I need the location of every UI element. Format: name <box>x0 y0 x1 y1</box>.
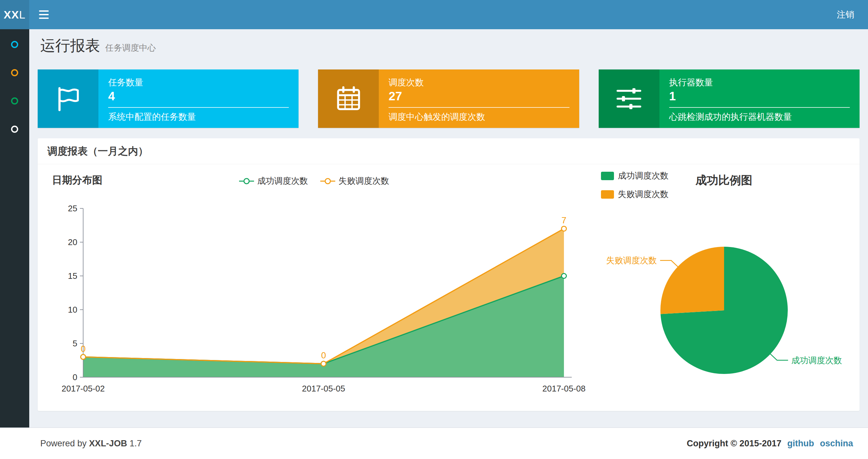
sidebar-item-2[interactable] <box>0 97 29 105</box>
legend-swatch <box>601 190 614 199</box>
legend-item-fail[interactable]: 失败调度次数 <box>320 175 389 187</box>
report-panel: 调度报表（一月之内） 日期分布图 成功调度次数 <box>38 138 860 411</box>
page-subtitle: 任务调度中心 <box>105 42 156 54</box>
github-link[interactable]: github <box>787 438 814 449</box>
panel-title: 调度报表（一月之内） <box>48 144 148 158</box>
svg-text:20: 20 <box>68 237 77 247</box>
info-box-description: 系统中配置的任务数量 <box>108 111 289 123</box>
info-box-row: 任务数量 4 系统中配置的任务数量 <box>38 69 860 128</box>
logo-text-light: L <box>19 8 26 21</box>
legend-label: 失败调度次数 <box>618 189 669 200</box>
sliders-icon <box>599 69 659 128</box>
logout-link[interactable]: 注销 <box>823 0 868 29</box>
pie-chart-legend: 成功调度次数 失败调度次数 <box>601 170 669 200</box>
line-chart-legend: 成功调度次数 失败调度次数 <box>239 175 389 187</box>
footer-brand: XXL-JOB <box>89 438 127 448</box>
footer-version: 1.7 <box>130 438 142 448</box>
info-box-tasks: 任务数量 4 系统中配置的任务数量 <box>38 69 299 128</box>
info-box-label: 执行器数量 <box>669 76 850 88</box>
svg-text:10: 10 <box>68 305 77 315</box>
legend-label: 成功调度次数 <box>618 170 669 182</box>
info-box-number: 27 <box>389 90 569 103</box>
info-box-content: 调度次数 27 调度中心触发的调度次数 <box>379 69 579 128</box>
info-box-divider <box>108 107 289 108</box>
info-box-description: 调度中心触发的调度次数 <box>389 111 569 123</box>
sidebar-item-1[interactable] <box>0 69 29 77</box>
sidebar-item-0[interactable] <box>0 41 29 49</box>
copyright-text: Copyright © 2015-2017 <box>687 438 782 449</box>
app-root: XXL 注销 运行报表 任务调度中心 <box>0 0 868 459</box>
success-ratio-chart: 成功调度次数 失败调度次数 成功比例图 成功调度次数失败调度次数 <box>596 164 860 411</box>
legend-label: 成功调度次数 <box>257 175 308 187</box>
area-line-chart: 05101520252017-05-022017-05-052017-05-08… <box>44 195 590 406</box>
svg-text:成功调度次数: 成功调度次数 <box>791 356 842 365</box>
info-box-number: 1 <box>669 90 850 103</box>
sidebar-item-3[interactable] <box>0 126 29 133</box>
hamburger-icon <box>39 10 49 12</box>
info-box-content: 执行器数量 1 心跳检测成功的执行器机器数量 <box>659 69 860 128</box>
svg-text:失败调度次数: 失败调度次数 <box>606 256 657 265</box>
info-box-divider <box>669 107 850 108</box>
info-box-content: 任务数量 4 系统中配置的任务数量 <box>98 69 299 128</box>
page-title: 运行报表 <box>40 36 100 56</box>
circle-icon <box>11 97 18 104</box>
app-logo[interactable]: XXL <box>0 0 29 29</box>
panel-header: 调度报表（一月之内） <box>38 138 860 164</box>
svg-text:0: 0 <box>73 372 77 382</box>
page-header: 运行报表 任务调度中心 <box>40 36 860 61</box>
line-marker-icon <box>239 177 254 185</box>
info-box-description: 心跳检测成功的执行器机器数量 <box>669 111 850 123</box>
legend-label: 失败调度次数 <box>339 175 389 187</box>
info-box-number: 4 <box>108 90 289 103</box>
svg-text:5: 5 <box>73 338 77 348</box>
svg-text:7: 7 <box>561 216 566 225</box>
info-box-divider <box>389 107 569 108</box>
legend-item-success[interactable]: 成功调度次数 <box>601 170 669 182</box>
sidebar <box>0 29 29 427</box>
legend-item-success[interactable]: 成功调度次数 <box>239 175 308 187</box>
legend-item-fail[interactable]: 失败调度次数 <box>601 189 669 200</box>
footer-copyright-area: Copyright © 2015-2017 github oschina <box>687 438 853 449</box>
pie-chart-title: 成功比例图 <box>695 173 752 188</box>
info-box-label: 任务数量 <box>108 76 289 88</box>
svg-text:2017-05-05: 2017-05-05 <box>302 384 345 393</box>
sidebar-toggle-button[interactable] <box>29 0 59 29</box>
svg-text:2017-05-02: 2017-05-02 <box>62 384 105 393</box>
footer: Powered by XXL-JOB 1.7 Copyright © 2015-… <box>0 427 868 459</box>
date-distribution-chart: 日期分布图 成功调度次数 <box>38 164 596 411</box>
svg-text:15: 15 <box>68 271 77 281</box>
svg-text:0: 0 <box>81 344 86 354</box>
navbar-spacer <box>59 0 823 29</box>
svg-text:2017-05-08: 2017-05-08 <box>542 384 586 393</box>
logo-text-bold: XX <box>4 8 19 21</box>
legend-swatch <box>601 172 614 180</box>
circle-icon <box>11 69 18 76</box>
info-box-executors: 执行器数量 1 心跳检测成功的执行器机器数量 <box>599 69 860 128</box>
pie-chart: 成功调度次数失败调度次数 <box>601 210 857 408</box>
line-chart-title: 日期分布图 <box>52 173 102 187</box>
charts-area: 日期分布图 成功调度次数 <box>38 164 860 411</box>
circle-icon <box>11 126 18 133</box>
line-marker-icon <box>320 177 335 185</box>
svg-text:25: 25 <box>68 203 77 213</box>
info-box-label: 调度次数 <box>389 76 569 88</box>
navbar: XXL 注销 <box>0 0 868 29</box>
info-box-trigger-count: 调度次数 27 调度中心触发的调度次数 <box>318 69 579 128</box>
svg-text:0: 0 <box>321 351 326 360</box>
calendar-icon <box>318 69 379 128</box>
flag-icon <box>38 69 98 128</box>
circle-icon <box>11 41 18 48</box>
footer-powered-by: Powered by XXL-JOB 1.7 <box>40 438 142 449</box>
oschina-link[interactable]: oschina <box>820 438 853 449</box>
main-content: 运行报表 任务调度中心 任务数量 4 系统中配置的任务数量 <box>29 29 868 427</box>
